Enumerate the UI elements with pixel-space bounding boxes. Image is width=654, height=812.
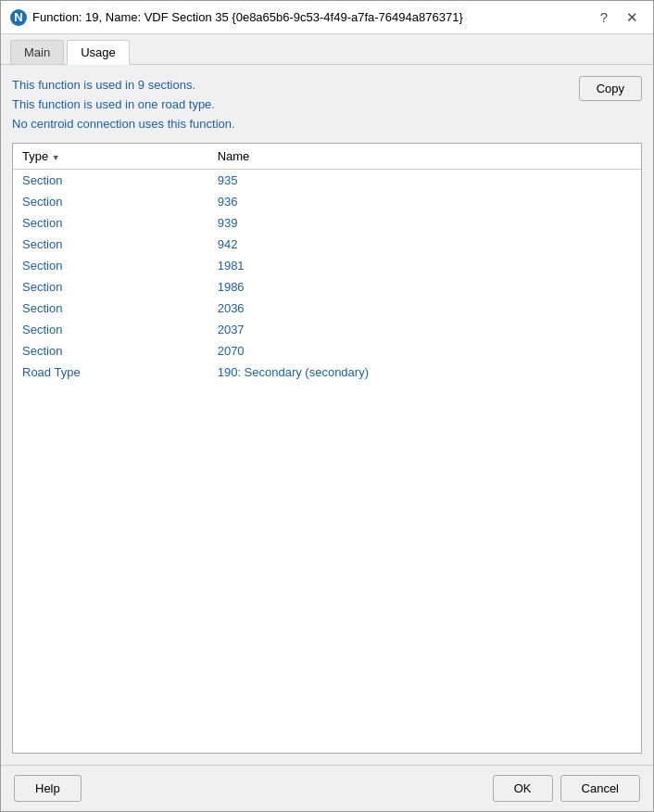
table-row: Section936	[13, 191, 641, 212]
data-table: Type ▼ Name Section935Section936Section9…	[13, 144, 641, 383]
cell-type: Section	[13, 212, 208, 234]
copy-button[interactable]: Copy	[579, 76, 642, 101]
cell-type: Section	[13, 319, 208, 340]
cell-type: Section	[13, 234, 208, 255]
cell-name: 190: Secondary (secondary)	[208, 362, 641, 383]
table-row: Section2036	[13, 298, 641, 319]
tab-usage-label: Usage	[81, 45, 116, 59]
title-bar-left: N Function: 19, Name: VDF Section 35 {0e…	[10, 9, 463, 26]
app-icon-letter: N	[14, 10, 22, 24]
table-container: Type ▼ Name Section935Section936Section9…	[12, 143, 642, 754]
info-row: This function is used in 9 sections. Thi…	[12, 76, 642, 133]
col-name-label: Name	[218, 149, 250, 163]
table-row: Section1981	[13, 255, 641, 276]
cell-name: 939	[208, 212, 641, 234]
content-area: This function is used in 9 sections. Thi…	[1, 65, 653, 765]
info-line3: No centroid connection uses this functio…	[12, 115, 235, 134]
cell-name: 2037	[208, 319, 641, 340]
close-title-button[interactable]: ✕	[621, 8, 644, 26]
window-title: Function: 19, Name: VDF Section 35 {0e8a…	[32, 10, 463, 24]
cell-type: Section	[13, 191, 208, 212]
col-name-header[interactable]: Name	[208, 144, 641, 170]
cell-name: 1981	[208, 255, 641, 276]
table-row: Section935	[13, 170, 641, 192]
cell-type: Section	[13, 298, 208, 319]
info-line2: This function is used in one road type.	[12, 95, 235, 115]
cell-name: 1986	[208, 276, 641, 298]
info-line1: This function is used in 9 sections.	[12, 76, 235, 95]
cell-name: 942	[208, 234, 641, 255]
cell-type: Road Type	[13, 362, 208, 383]
table-row: Section1986	[13, 276, 641, 298]
cell-name: 936	[208, 191, 641, 212]
cell-type: Section	[13, 276, 208, 298]
sort-arrow-icon: ▼	[52, 153, 60, 162]
col-type-header[interactable]: Type ▼	[13, 144, 208, 170]
tab-main[interactable]: Main	[10, 40, 64, 64]
table-row: Road Type190: Secondary (secondary)	[13, 362, 641, 383]
table-row: Section2037	[13, 319, 641, 340]
info-text-block: This function is used in 9 sections. Thi…	[12, 76, 235, 133]
table-body: Section935Section936Section939Section942…	[13, 170, 641, 384]
table-row: Section939	[13, 212, 641, 234]
tab-usage[interactable]: Usage	[67, 40, 130, 65]
cell-type: Section	[13, 255, 208, 276]
table-row: Section2070	[13, 340, 641, 362]
tab-main-label: Main	[24, 45, 50, 59]
cancel-button[interactable]: Cancel	[560, 775, 640, 802]
help-title-button[interactable]: ?	[595, 8, 613, 26]
cell-type: Section	[13, 170, 208, 192]
cell-name: 2070	[208, 340, 641, 362]
app-icon: N	[10, 9, 27, 26]
help-button[interactable]: Help	[14, 775, 82, 802]
cell-type: Section	[13, 340, 208, 362]
col-type-label: Type	[22, 149, 48, 163]
ok-button[interactable]: OK	[493, 775, 553, 802]
footer-left: Help	[14, 775, 82, 802]
table-row: Section942	[13, 234, 641, 255]
footer: Help OK Cancel	[1, 765, 653, 811]
tabs-bar: Main Usage	[1, 34, 653, 65]
footer-right: OK Cancel	[493, 775, 640, 802]
title-bar-right: ? ✕	[595, 8, 644, 26]
title-bar: N Function: 19, Name: VDF Section 35 {0e…	[1, 1, 653, 34]
dialog-window: N Function: 19, Name: VDF Section 35 {0e…	[0, 0, 654, 812]
table-header-row: Type ▼ Name	[13, 144, 641, 170]
cell-name: 935	[208, 170, 641, 192]
cell-name: 2036	[208, 298, 641, 319]
